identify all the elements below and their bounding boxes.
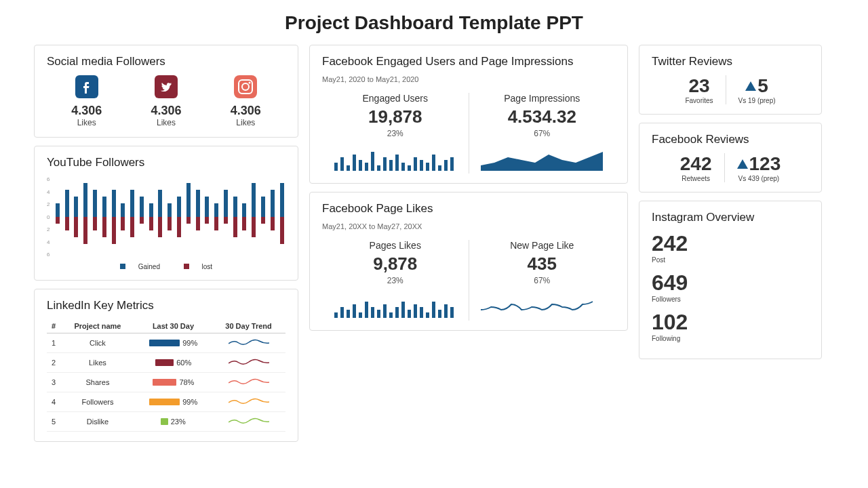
svg-point-5 xyxy=(249,82,251,84)
svg-rect-43 xyxy=(438,310,441,318)
youtube-card: YouTube Followers 6420246 Gained lost xyxy=(34,146,298,281)
table-row: 2Likes 60% xyxy=(47,353,285,373)
svg-rect-31 xyxy=(365,302,368,318)
svg-rect-36 xyxy=(395,307,399,318)
svg-rect-23 xyxy=(438,165,441,171)
instagram-title: Instagram Overview xyxy=(652,211,809,224)
trend-spark xyxy=(229,376,269,387)
social-title: Social media Followers xyxy=(47,55,285,68)
svg-rect-22 xyxy=(432,155,435,171)
instagram-overview-card: Instagram Overview 242 Post 649 Follower… xyxy=(639,201,822,359)
svg-rect-20 xyxy=(420,160,423,171)
twitter-delta-label: Vs 19 (prep) xyxy=(738,97,776,104)
fb-engaged-range: May21, 2020 to May21, 2020 xyxy=(322,75,615,83)
svg-rect-32 xyxy=(371,307,374,318)
pages-likes-pct: 23% xyxy=(329,276,462,285)
fb-likes-card: Facebook Page Likes May21, 20XX to May27… xyxy=(309,192,628,331)
svg-rect-25 xyxy=(450,157,454,171)
fb-engaged-title: Facebook Engaged Users and Page Impressi… xyxy=(322,55,615,68)
engaged-users-value: 19,878 xyxy=(329,106,462,127)
table-header: # xyxy=(47,319,60,333)
table-row: 5Dislike 23% xyxy=(47,412,285,432)
svg-rect-7 xyxy=(340,157,344,171)
svg-rect-29 xyxy=(353,304,356,318)
trend-spark xyxy=(229,337,269,348)
pages-likes-spark xyxy=(334,291,456,318)
svg-rect-19 xyxy=(414,157,417,171)
twitter-favorites-label: Favorites xyxy=(685,97,713,104)
svg-rect-6 xyxy=(334,163,338,171)
svg-rect-39 xyxy=(414,304,417,318)
social-label: Likes xyxy=(151,118,181,127)
page-impressions-pct: 67% xyxy=(476,129,609,138)
twitter-delta-value: 5 xyxy=(757,75,768,97)
social-label: Likes xyxy=(231,118,261,127)
svg-rect-26 xyxy=(334,312,338,318)
svg-rect-9 xyxy=(353,155,356,171)
table-header: Project name xyxy=(60,319,135,333)
instagram-stat: 102 Following xyxy=(652,310,809,342)
social-media-card: Social media Followers 4.306 Likes 4.306… xyxy=(34,45,298,138)
page-impressions-value: 4.534.32 xyxy=(476,106,609,127)
social-value: 4.306 xyxy=(151,104,181,118)
svg-rect-18 xyxy=(408,165,411,171)
table-row: 4Followers 99% xyxy=(47,392,285,412)
svg-rect-10 xyxy=(359,160,362,171)
facebook-reviews-title: Facebook Reviews xyxy=(652,133,809,146)
social-item-instagram: 4.306 Likes xyxy=(231,75,261,127)
svg-rect-38 xyxy=(408,310,411,318)
pages-likes-label: Pages Likes xyxy=(329,240,462,251)
engaged-users-label: Engaged Users xyxy=(329,93,462,104)
instagram-stat-value: 242 xyxy=(652,231,809,256)
svg-rect-15 xyxy=(389,160,393,171)
instagram-icon xyxy=(234,75,257,98)
up-triangle-icon xyxy=(737,159,748,169)
pages-likes-value: 9,878 xyxy=(329,253,462,274)
social-item-facebook: 4.306 Likes xyxy=(71,75,102,127)
page-impressions-label: Page Impressions xyxy=(476,93,609,104)
svg-rect-12 xyxy=(371,152,374,171)
fb-likes-range: May21, 20XX to May27, 20XX xyxy=(322,222,615,230)
svg-rect-24 xyxy=(444,160,448,171)
svg-rect-35 xyxy=(389,312,393,318)
instagram-stat-label: Followers xyxy=(652,296,809,303)
page-impressions-spark xyxy=(481,144,603,171)
social-item-twitter: 4.306 Likes xyxy=(151,75,181,127)
table-header: Last 30 Day xyxy=(135,319,212,333)
new-page-like-spark xyxy=(481,291,603,318)
instagram-stat: 649 Followers xyxy=(652,270,809,303)
youtube-chart: 6420246 xyxy=(47,176,285,258)
svg-rect-28 xyxy=(347,310,350,318)
fb-likes-title: Facebook Page Likes xyxy=(322,202,615,216)
svg-rect-21 xyxy=(426,163,429,171)
fb-delta-value: 123 xyxy=(749,153,781,175)
youtube-legend: Gained lost xyxy=(47,263,285,270)
fb-delta-label: Vs 439 (prep) xyxy=(737,175,781,182)
twitter-icon xyxy=(155,75,178,98)
svg-rect-2 xyxy=(234,75,257,98)
linkedin-title: LinkedIn Key Metrics xyxy=(47,299,285,312)
facebook-icon xyxy=(75,75,98,98)
social-label: Likes xyxy=(71,118,102,127)
social-value: 4.306 xyxy=(231,104,261,118)
linkedin-table: #Project nameLast 30 Day30 Day Trend 1Cl… xyxy=(47,319,285,432)
svg-rect-27 xyxy=(340,307,344,318)
facebook-reviews-card: Facebook Reviews 242 Retweets 123 Vs 439… xyxy=(639,123,822,192)
engaged-users-spark xyxy=(334,144,456,171)
svg-rect-42 xyxy=(432,302,435,318)
trend-spark xyxy=(229,357,269,367)
new-page-like-value: 435 xyxy=(476,253,609,274)
up-triangle-icon xyxy=(745,81,756,91)
svg-rect-34 xyxy=(383,304,387,318)
twitter-favorites-value: 23 xyxy=(685,75,713,97)
engaged-users-pct: 23% xyxy=(329,129,462,138)
svg-rect-37 xyxy=(401,302,405,318)
table-header: 30 Day Trend xyxy=(212,319,285,333)
instagram-stat-value: 102 xyxy=(652,310,809,335)
svg-rect-33 xyxy=(377,310,380,318)
instagram-stat-value: 649 xyxy=(652,270,809,296)
fb-retweets-label: Retweets xyxy=(680,175,712,182)
instagram-stat-label: Following xyxy=(652,335,809,342)
svg-rect-41 xyxy=(426,312,429,318)
new-page-like-pct: 67% xyxy=(476,276,609,285)
